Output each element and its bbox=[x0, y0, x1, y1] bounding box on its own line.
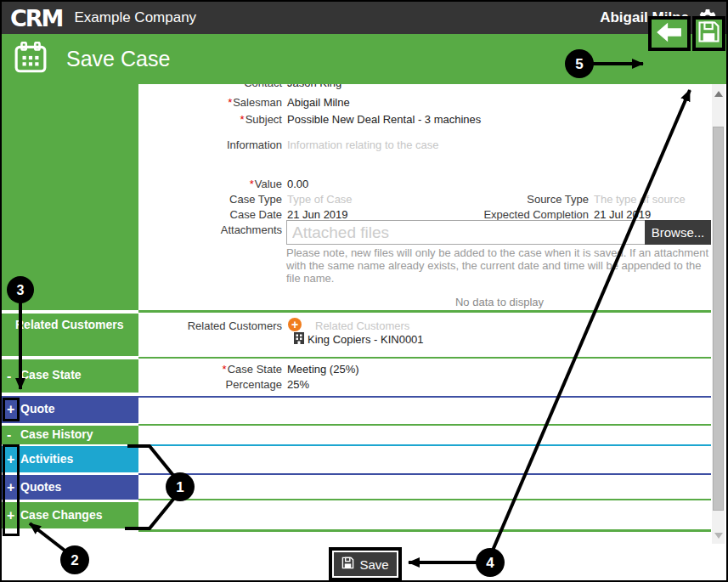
divider bbox=[138, 529, 711, 532]
back-button[interactable] bbox=[648, 16, 691, 51]
crm-save-case-window: CRM Example Company Abigail Milne Save C… bbox=[0, 0, 728, 582]
information-label: Information bbox=[138, 138, 282, 151]
company-name: Example Company bbox=[74, 9, 196, 26]
attachments-input[interactable] bbox=[286, 220, 650, 245]
divider bbox=[138, 310, 711, 313]
case-type-input[interactable]: Type of Case bbox=[287, 193, 353, 206]
vertical-scrollbar[interactable] bbox=[712, 84, 725, 544]
case-form: *Contact Jason King *Salesman Abigail Mi… bbox=[138, 84, 711, 544]
sidebar-item-quotes[interactable]: + Quotes bbox=[2, 475, 138, 500]
salesman-label: *Salesman bbox=[138, 96, 282, 109]
subject-value[interactable]: Possible New Deal Rental - 3 machines bbox=[287, 113, 481, 126]
page-title: Save Case bbox=[66, 47, 170, 71]
header-save-button[interactable] bbox=[692, 16, 725, 51]
contact-value[interactable]: Jason King bbox=[287, 84, 341, 89]
divider bbox=[138, 357, 711, 359]
source-type-label: Source Type bbox=[419, 193, 589, 206]
scroll-down-icon[interactable] bbox=[714, 533, 723, 539]
percentage-value[interactable]: 25% bbox=[287, 378, 309, 391]
information-input[interactable]: Information relating to the case bbox=[287, 138, 439, 151]
topbar: CRM Example Company Abigail Milne bbox=[2, 2, 726, 34]
divider bbox=[138, 424, 711, 426]
save-icon bbox=[341, 557, 354, 572]
related-customers-input[interactable]: Related Customers bbox=[315, 319, 409, 332]
callout-2-number: 2 bbox=[71, 552, 78, 568]
annotation-box-save: Save bbox=[329, 547, 402, 581]
sidebar-item-case-history[interactable]: - Case History bbox=[2, 426, 138, 444]
page-header: Save Case bbox=[2, 34, 726, 84]
scroll-up-icon[interactable] bbox=[714, 91, 723, 97]
callout-2-arrow bbox=[30, 523, 75, 558]
callout-2-badge bbox=[60, 545, 89, 574]
callout-4-badge bbox=[476, 548, 505, 577]
source-type-input[interactable]: The type of source bbox=[594, 193, 686, 206]
divider bbox=[138, 444, 711, 446]
collapse-icon[interactable]: - bbox=[7, 369, 11, 384]
collapse-icon[interactable]: - bbox=[7, 427, 11, 443]
value-field[interactable]: 0.00 bbox=[287, 178, 308, 190]
expected-completion-label: Expected Completion bbox=[419, 208, 589, 221]
divider bbox=[138, 396, 711, 398]
sidebar-spacer bbox=[2, 84, 138, 310]
related-customer-item[interactable]: King Copiers - KIN0001 bbox=[308, 333, 424, 346]
case-date-value[interactable]: 21 Jun 2019 bbox=[287, 208, 348, 221]
divider bbox=[138, 499, 711, 500]
sidebar-item-case-state[interactable]: - Case State bbox=[2, 359, 138, 393]
browse-button[interactable]: Browse... bbox=[645, 220, 711, 245]
case-type-label: Case Type bbox=[138, 193, 282, 206]
annotation-box-expand-column bbox=[3, 444, 20, 536]
back-arrow-icon bbox=[656, 21, 683, 47]
sidebar-item-case-changes[interactable]: + Case Changes bbox=[2, 502, 138, 528]
building-icon bbox=[294, 332, 304, 348]
percentage-label: Percentage bbox=[138, 378, 282, 391]
save-button[interactable]: Save bbox=[334, 552, 397, 576]
value-label: *Value bbox=[138, 178, 282, 190]
annotation-box-quote-expand bbox=[3, 398, 20, 421]
attachments-label: Attachments bbox=[138, 223, 282, 236]
divider bbox=[138, 473, 711, 475]
case-state-label: *Case State bbox=[138, 363, 282, 376]
no-data-text: No data to display bbox=[368, 296, 631, 308]
add-related-customer-icon[interactable]: + bbox=[288, 318, 302, 331]
crm-logo[interactable]: CRM bbox=[10, 5, 62, 31]
case-date-label: Case Date bbox=[138, 208, 282, 221]
sidebar-item-related-customers[interactable]: Related Customers bbox=[2, 314, 138, 356]
save-icon bbox=[697, 20, 720, 47]
scrollbar-thumb[interactable] bbox=[713, 127, 724, 511]
subject-label: *Subject bbox=[138, 113, 282, 126]
expected-completion-value[interactable]: 21 Jul 2019 bbox=[594, 208, 651, 221]
save-button-label: Save bbox=[359, 557, 388, 572]
contact-label: *Contact bbox=[138, 84, 282, 89]
sidebar-item-activities[interactable]: + Activities bbox=[2, 446, 138, 472]
calendar-icon bbox=[14, 42, 48, 77]
salesman-value[interactable]: Abigail Milne bbox=[287, 96, 350, 109]
related-customers-label: Related Customers bbox=[138, 319, 282, 332]
sidebar-item-quote[interactable]: + Quote bbox=[2, 396, 138, 423]
callout-4-number: 4 bbox=[486, 555, 494, 571]
attachments-note: Please note, new files will only be adde… bbox=[286, 246, 711, 285]
case-state-value[interactable]: Meeting (25%) bbox=[287, 363, 359, 376]
